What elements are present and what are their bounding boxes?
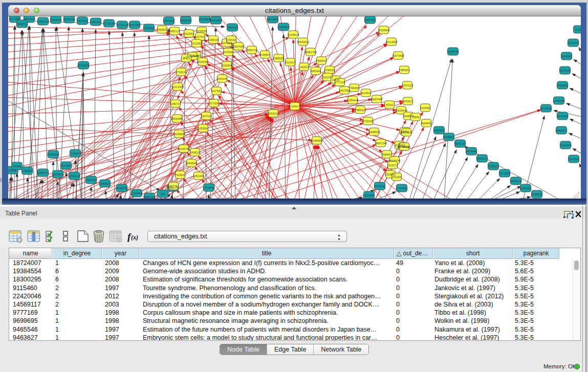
svg-text:(x): (x) bbox=[131, 234, 138, 241]
